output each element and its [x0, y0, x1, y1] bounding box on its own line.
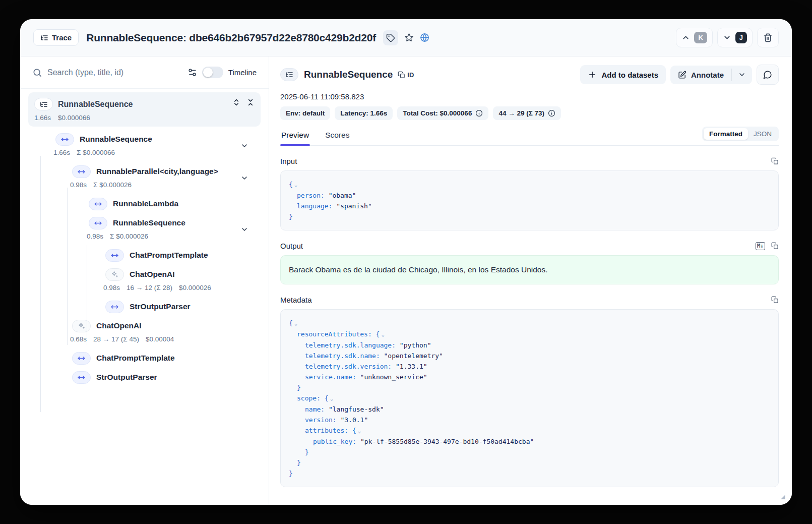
prev-trace-button[interactable]: K [676, 28, 712, 47]
format-option-json[interactable]: JSON [748, 128, 777, 140]
copy-id-button[interactable]: ID [398, 71, 414, 79]
tree-item-name: ChatPromptTemplate [130, 251, 208, 260]
copy-icon[interactable] [771, 242, 779, 250]
trace-tree-panel: Timeline RunnableSequence 1.66s $0.00006… [20, 56, 269, 505]
move-horizontal-icon [72, 165, 91, 178]
trace-type-badge: Trace [33, 29, 79, 46]
metrics-badges: Env: defaultLatency: 1.66sTotal Cost: $0… [280, 106, 779, 120]
move-horizontal-icon [89, 198, 107, 210]
output-section-header: Output M↓ [280, 242, 779, 250]
delete-trace-button[interactable] [757, 28, 779, 47]
add-to-datasets-button[interactable]: Add to datasets [580, 65, 666, 84]
search-input[interactable] [47, 68, 182, 77]
tree-item-runnablesequence[interactable]: RunnableSequence 0.98sΣ $0.000026 [28, 216, 261, 243]
tree-item-chatopenai[interactable]: ChatOpenAI 0.98s16 → 12 (Σ 28)$0.000026 [28, 268, 261, 294]
json-line: public_key: "pk-lf-5855d85e-3943-497e-bd… [289, 436, 770, 447]
tree-guide-line [67, 188, 68, 345]
move-horizontal-icon [105, 249, 124, 262]
collapse-caret-icon[interactable]: ⌄ [381, 331, 385, 338]
tree-item-name: StrOutputParser [96, 373, 157, 382]
comments-button[interactable] [757, 65, 779, 85]
root-cost: $0.000066 [58, 114, 90, 122]
metric-badge: 44 → 29 (Σ 73) [493, 106, 561, 120]
copy-icon[interactable] [771, 157, 779, 165]
chevron-down-icon [723, 33, 731, 42]
timeline-toggle[interactable] [202, 67, 223, 78]
edit-pencil-icon [678, 71, 686, 79]
info-icon[interactable] [548, 109, 555, 117]
json-line: language: "spanish" [289, 201, 770, 211]
annotate-button[interactable]: Annotate [670, 66, 731, 84]
chevron-down-icon[interactable] [240, 225, 248, 234]
tree-item-metric: 28 → 17 (Σ 45) [93, 335, 139, 343]
output-label: Output [280, 242, 303, 250]
resize-handle[interactable] [781, 495, 785, 499]
format-option-formatted[interactable]: Formatted [704, 128, 748, 140]
tree-guide-line [87, 245, 87, 345]
tree-item-runnablelambda[interactable]: RunnableLambda [28, 197, 261, 210]
kbd-shortcut-j: J [735, 32, 747, 43]
public-share-button[interactable] [420, 33, 429, 42]
tree-guide-line [40, 156, 41, 412]
tree-root-item[interactable]: RunnableSequence 1.66s $0.000066 [28, 92, 261, 127]
sparkles-icon [72, 320, 91, 332]
chevron-down-icon[interactable] [240, 142, 248, 150]
input-label: Input [280, 157, 297, 165]
markdown-icon[interactable]: M↓ [756, 242, 765, 250]
info-icon[interactable] [475, 109, 483, 117]
collapse-caret-icon[interactable]: ⌄ [330, 395, 334, 402]
observation-panel: RunnableSequence ID Add to datasets Anno… [270, 56, 792, 505]
move-horizontal-icon [89, 217, 107, 229]
annotate-menu-button[interactable] [732, 66, 752, 84]
collapse-all-icon[interactable] [246, 98, 255, 106]
tree-item-name: RunnableSequence [80, 135, 152, 144]
metadata-label: Metadata [280, 296, 312, 304]
tree-item-name: StrOutputParser [130, 302, 191, 311]
input-json-viewer[interactable]: {⌄person: "obama"language: "spanish"} [280, 170, 779, 230]
tree-item-metric: 0.98s [70, 181, 87, 189]
copy-icon[interactable] [771, 296, 779, 304]
tree-item-runnablesequence[interactable]: RunnableSequence 1.66sΣ $0.000066 [28, 133, 261, 159]
collapse-caret-icon[interactable]: ⌄ [294, 320, 298, 327]
tree-item-chatopenai[interactable]: ChatOpenAI 0.68s28 → 17 (Σ 45)$0.00004 [28, 319, 261, 345]
json-line: resourceAttributes: {⌄ [289, 329, 770, 340]
metadata-json-viewer[interactable]: {⌄resourceAttributes: {⌄telemetry.sdk.la… [280, 309, 779, 487]
trace-title: RunnableSequence: dbe646b2b67957d22e8780… [86, 32, 376, 44]
tree-item-name: RunnableSequence [113, 218, 185, 227]
collapse-caret-icon[interactable]: ⌄ [358, 428, 361, 434]
list-tree-icon [280, 68, 298, 81]
tag-button[interactable] [383, 30, 398, 45]
tree-item-stroutputparser[interactable]: StrOutputParser [28, 371, 261, 384]
tree-item-name: ChatOpenAI [130, 270, 175, 279]
add-to-datasets-label: Add to datasets [601, 71, 658, 79]
tree-item-stroutputparser[interactable]: StrOutputParser [28, 300, 261, 313]
output-text: Barack Obama es de la ciudad de Chicago,… [280, 255, 779, 284]
json-line: } [289, 447, 770, 457]
filter-settings-icon[interactable] [188, 68, 197, 77]
tree-item-metric: 0.98s [103, 284, 120, 292]
star-button[interactable] [404, 33, 414, 42]
chevron-down-icon[interactable] [240, 174, 248, 182]
expand-all-icon[interactable] [232, 98, 240, 106]
tab-scores[interactable]: Scores [324, 127, 350, 145]
trace-timestamp: 2025-06-11 11:09:58.823 [280, 92, 779, 101]
trace-tree: RunnableSequence 1.66s $0.000066 Runnabl… [20, 89, 269, 505]
collapse-caret-icon[interactable]: ⌄ [294, 182, 298, 188]
input-section-header: Input [280, 157, 779, 165]
json-line: } [289, 457, 770, 468]
annotate-label: Annotate [691, 71, 724, 79]
tab-preview[interactable]: Preview [280, 127, 310, 145]
badge-text: Total Cost: $0.000066 [403, 109, 472, 117]
tree-item-metric: 0.98s [87, 232, 103, 240]
tree-item-runnableparallel-city-language-[interactable]: RunnableParallel<city,language> 0.98sΣ $… [28, 165, 261, 191]
json-line: } [289, 382, 770, 393]
trash-icon [763, 33, 773, 42]
root-item-name: RunnableSequence [58, 100, 133, 109]
tree-item-chatprompttemplate[interactable]: ChatPromptTemplate [28, 352, 261, 365]
trace-type-label: Trace [52, 33, 72, 42]
next-trace-button[interactable]: J [717, 28, 753, 47]
tabs-row: PreviewScores FormattedJSON [280, 127, 779, 146]
chevron-up-icon [681, 33, 690, 42]
tree-item-chatprompttemplate[interactable]: ChatPromptTemplate [28, 249, 261, 262]
badge-text: 44 → 29 (Σ 73) [498, 109, 544, 117]
